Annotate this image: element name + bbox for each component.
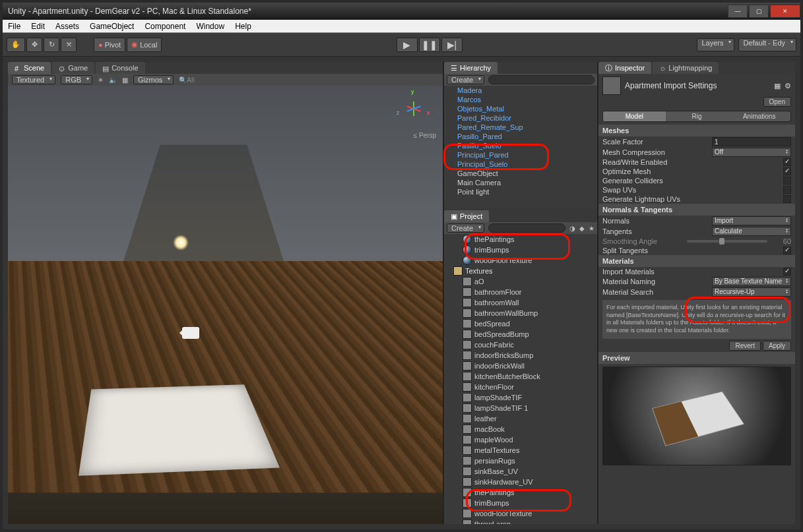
inspector-settings-icon[interactable]: ⚙ bbox=[785, 82, 791, 90]
material-search-dropdown[interactable]: Recursive-Up bbox=[712, 287, 791, 297]
hierarchy-search-input[interactable] bbox=[488, 75, 594, 84]
project-texture-item[interactable]: bathroomWallBump bbox=[444, 308, 597, 318]
open-asset-button[interactable]: Open bbox=[763, 97, 791, 107]
project-texture-item[interactable]: thePaintings bbox=[444, 487, 597, 498]
project-texture-item[interactable]: bathroomWall bbox=[444, 297, 597, 308]
pause-button[interactable]: ❚❚ bbox=[419, 38, 440, 52]
read-write-checkbox[interactable] bbox=[783, 158, 791, 166]
rig-tab-button[interactable]: Rig bbox=[666, 111, 728, 121]
render-mode-dropdown[interactable]: RGB bbox=[61, 75, 92, 84]
project-filter-icon[interactable]: ◆ bbox=[579, 225, 585, 232]
hierarchy-item[interactable]: Pasillo_Suelo bbox=[444, 141, 597, 150]
rotate-tool-button[interactable]: ↻ bbox=[44, 38, 59, 52]
generate-colliders-checkbox[interactable] bbox=[783, 177, 791, 185]
import-materials-checkbox[interactable] bbox=[783, 268, 791, 276]
scene-light-toggle[interactable]: ☀ bbox=[98, 76, 104, 84]
project-material-item[interactable]: woodFloorTexture bbox=[444, 255, 597, 266]
hierarchy-tab[interactable]: ☰ Hierarchy bbox=[444, 62, 498, 74]
project-filter-icon[interactable]: ◑ bbox=[569, 225, 575, 232]
project-texture-item[interactable]: bedSpreadBump bbox=[444, 329, 597, 340]
hierarchy-item[interactable]: Pasillo_Pared bbox=[444, 132, 597, 141]
scene-tab[interactable]: #Scene bbox=[8, 62, 51, 74]
move-tool-button[interactable]: ✥ bbox=[26, 38, 42, 52]
lightmapping-tab[interactable]: ☼ Lightmapping bbox=[653, 62, 719, 74]
menu-file[interactable]: File bbox=[3, 22, 26, 31]
model-tab-button[interactable]: Model bbox=[603, 111, 666, 121]
scene-viewport[interactable]: y x z ≤ Persp bbox=[8, 86, 443, 524]
pivot-toggle-button[interactable]: ●Pivot bbox=[94, 38, 125, 52]
swap-uvs-checkbox[interactable] bbox=[783, 186, 791, 194]
menu-assets[interactable]: Assets bbox=[50, 22, 84, 31]
mesh-compression-dropdown[interactable]: Off bbox=[712, 148, 791, 157]
smoothing-angle-slider[interactable] bbox=[687, 240, 767, 243]
scale-tool-button[interactable]: ⤧ bbox=[61, 38, 77, 52]
project-create-dropdown[interactable]: Create bbox=[447, 223, 484, 233]
orientation-gizmo[interactable]: y x z bbox=[394, 90, 434, 129]
project-texture-item[interactable]: metalTextures bbox=[444, 445, 597, 456]
hierarchy-create-dropdown[interactable]: Create bbox=[447, 75, 484, 84]
menu-window[interactable]: Window bbox=[191, 22, 230, 31]
project-texture-item[interactable]: sinkHardware_UV bbox=[444, 477, 597, 487]
hierarchy-item[interactable]: Madera bbox=[444, 86, 597, 95]
window-maximize-button[interactable]: ▢ bbox=[749, 5, 769, 18]
shading-mode-dropdown[interactable]: Textured bbox=[12, 75, 55, 84]
project-texture-item[interactable]: bathroomFloor bbox=[444, 287, 597, 297]
tangents-dropdown[interactable]: Calculate bbox=[712, 227, 791, 236]
apply-button[interactable]: Apply bbox=[763, 341, 791, 351]
window-minimize-button[interactable]: — bbox=[728, 5, 748, 18]
hierarchy-item[interactable]: Marcos bbox=[444, 95, 597, 104]
menu-component[interactable]: Component bbox=[139, 22, 191, 31]
menu-edit[interactable]: Edit bbox=[26, 22, 50, 31]
hierarchy-item[interactable]: Main Camera bbox=[444, 178, 597, 187]
hierarchy-item[interactable]: Pared_Recibidor bbox=[444, 113, 597, 123]
hierarchy-item[interactable]: Principal_Suelo bbox=[444, 160, 597, 169]
asset-preview[interactable] bbox=[602, 367, 791, 465]
revert-button[interactable]: Revert bbox=[729, 341, 760, 351]
project-search-input[interactable] bbox=[488, 223, 565, 233]
project-texture-item[interactable]: sinkBase_UV bbox=[444, 466, 597, 477]
hierarchy-item[interactable]: Principal_Pared bbox=[444, 150, 597, 160]
project-texture-item[interactable]: macBook bbox=[444, 424, 597, 434]
step-button[interactable]: ▶| bbox=[441, 38, 463, 52]
project-texture-item[interactable]: aO bbox=[444, 276, 597, 287]
layout-dropdown[interactable]: Default - Edy bbox=[738, 38, 796, 51]
project-texture-item[interactable]: leather bbox=[444, 413, 597, 424]
play-button[interactable]: ▶ bbox=[397, 38, 418, 52]
project-tab[interactable]: ▣ Project bbox=[444, 210, 489, 222]
light-gizmo-icon[interactable] bbox=[173, 235, 189, 251]
project-texture-item[interactable]: persianRugs bbox=[444, 456, 597, 466]
project-texture-item[interactable]: kitchenButcherBlock bbox=[444, 371, 597, 382]
project-texture-item[interactable]: indoorBrickWall bbox=[444, 361, 597, 371]
project-texture-item[interactable]: throwLaron bbox=[444, 519, 597, 524]
local-toggle-button[interactable]: ◉Local bbox=[127, 38, 162, 52]
hierarchy-item[interactable]: Objetos_Metal bbox=[444, 104, 597, 113]
generate-lightmap-checkbox[interactable] bbox=[783, 195, 791, 203]
project-list[interactable]: thePaintingstrimBumpswoodFloorTextureTex… bbox=[444, 234, 597, 524]
scene-fx-toggle[interactable]: ▦ bbox=[122, 76, 128, 84]
project-texture-item[interactable]: lampShadeTIF bbox=[444, 392, 597, 403]
project-material-item[interactable]: thePaintings bbox=[444, 234, 597, 245]
gizmos-dropdown[interactable]: Gizmos bbox=[133, 75, 174, 84]
normals-dropdown[interactable]: Import bbox=[712, 216, 791, 225]
hierarchy-item[interactable]: Point light bbox=[444, 187, 597, 196]
split-tangents-checkbox[interactable] bbox=[783, 247, 791, 254]
optimize-mesh-checkbox[interactable] bbox=[783, 167, 791, 175]
window-close-button[interactable]: ✕ bbox=[770, 5, 800, 18]
hierarchy-list[interactable]: Madera Marcos Objetos_Metal Pared_Recibi… bbox=[444, 86, 597, 208]
scale-factor-input[interactable] bbox=[712, 137, 791, 146]
hierarchy-item[interactable]: Pared_Remate_Sup bbox=[444, 123, 597, 132]
menu-help[interactable]: Help bbox=[230, 22, 257, 31]
project-texture-item[interactable]: woodFloorTexture bbox=[444, 508, 597, 519]
layers-dropdown[interactable]: Layers bbox=[697, 38, 734, 51]
inspector-help-icon[interactable]: ▦ bbox=[774, 82, 781, 90]
console-tab[interactable]: ▤Console bbox=[96, 62, 145, 74]
project-texture-item[interactable]: indoorBricksBump bbox=[444, 350, 597, 361]
project-texture-item[interactable]: couchFabric bbox=[444, 340, 597, 350]
project-texture-item[interactable]: kitchenFloor bbox=[444, 382, 597, 392]
scene-audio-toggle[interactable]: 🔈 bbox=[109, 76, 117, 84]
hierarchy-item[interactable]: GameObject bbox=[444, 169, 597, 178]
hand-tool-button[interactable]: ✋ bbox=[7, 38, 25, 52]
project-material-item[interactable]: trimBumps bbox=[444, 245, 597, 255]
project-filter-icon[interactable]: ★ bbox=[589, 225, 594, 232]
project-folder-item[interactable]: Textures bbox=[444, 266, 597, 276]
